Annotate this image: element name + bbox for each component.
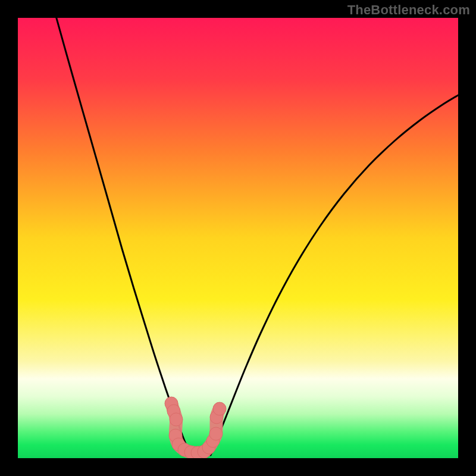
- gradient-background: [18, 18, 458, 458]
- watermark-text: TheBottleneck.com: [347, 2, 470, 18]
- chart-svg: [18, 18, 458, 458]
- marker-dot: [170, 413, 183, 426]
- marker-dot: [209, 427, 223, 440]
- plot-area: [18, 18, 458, 458]
- chart-frame: TheBottleneck.com: [0, 0, 476, 476]
- marker-dot: [213, 402, 226, 415]
